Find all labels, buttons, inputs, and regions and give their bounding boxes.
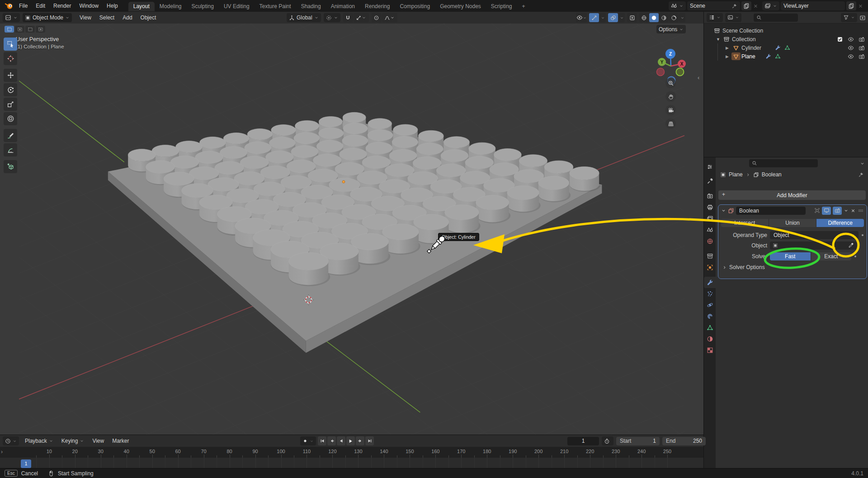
outliner-filter-dropdown[interactable] [841,13,857,22]
eye-toggle[interactable] [848,45,854,51]
disclosure-closed-icon[interactable]: ▶ [726,46,729,50]
menu-render[interactable]: Render [49,3,75,9]
solver-exact[interactable]: Exact [811,252,852,260]
workspace-tab-modeling[interactable]: Modeling [155,2,187,11]
properties-tab-world[interactable] [704,236,716,247]
properties-tab-object[interactable] [704,262,716,273]
timeline-menu-view[interactable]: View [88,438,108,444]
workspace-tab-sculpting[interactable]: Sculpting [187,2,219,11]
properties-search-input[interactable] [749,159,818,167]
properties-tab-collection[interactable] [704,251,716,262]
timeline-menu-keying[interactable]: Keying [57,438,89,444]
select-mode-set[interactable] [5,26,14,33]
shading-rendered-button[interactable] [669,13,679,22]
properties-tab-output[interactable] [704,202,716,213]
properties-tab-texture[interactable] [704,345,716,356]
modifier-drag-handle[interactable] [858,208,864,214]
modifier-realtime-toggle[interactable] [822,207,831,215]
remove-view-layer-button[interactable] [858,3,863,9]
outliner-item-label[interactable]: Cylinder [741,45,761,51]
play-button[interactable] [346,436,355,445]
gizmo-z-axis[interactable]: Z [665,49,675,59]
start-frame-field[interactable]: Start 1 [616,437,660,445]
pan-view-button[interactable] [665,91,676,102]
menu-window[interactable]: Window [75,3,103,9]
blender-logo-icon[interactable] [5,2,13,9]
viewport-3d-scene[interactable] [0,24,703,435]
modifier-name-field[interactable]: Boolean [736,207,806,215]
modifier-editmode-toggle[interactable] [814,208,820,213]
camera-view-button[interactable] [665,105,676,115]
select-mode-intersect[interactable] [36,26,45,33]
move-tool[interactable] [4,69,17,82]
outliner-search-input[interactable] [754,14,798,22]
timeline-menu-marker[interactable]: Marker [108,438,133,444]
viewport-menu-object[interactable]: Object [137,14,160,21]
workspace-tab-uv-editing[interactable]: UV Editing [219,2,255,11]
new-scene-button[interactable] [741,1,751,10]
timeline-editor-type-button[interactable] [3,436,19,445]
workspace-tab-shading[interactable]: Shading [296,2,326,11]
properties-tab-physics[interactable] [704,299,716,311]
camera-toggle[interactable] [859,45,865,51]
modifier-render-toggle[interactable] [833,207,842,215]
shading-wireframe-button[interactable] [639,13,649,22]
outliner-scope-dropdown[interactable] [725,13,741,22]
viewport-menu-add[interactable]: Add [118,14,136,21]
outliner-display-mode-dropdown[interactable] [707,13,723,22]
auto-keying-button[interactable] [300,436,316,445]
properties-tab-material[interactable] [704,333,716,345]
gizmo-x-axis[interactable]: X [678,60,686,68]
outliner-row-cylinder[interactable]: ▶Cylinder [704,43,868,52]
eye-toggle[interactable] [848,53,854,60]
unlink-scene-button[interactable] [753,3,759,9]
viewport-3d[interactable]: User Perspective (1) Collection | Plane … [0,24,703,435]
workspace-tab-texture-paint[interactable]: Texture Paint [255,2,296,11]
outliner-row-collection[interactable]: ▼Collection [704,35,868,43]
gizmos-dropdown[interactable] [599,13,606,22]
scene-name-field[interactable]: Scene [687,1,740,10]
properties-editor-type-button[interactable] [704,161,716,172]
gizmos-toggle[interactable] [589,13,599,22]
modifier-extras-dropdown[interactable] [844,208,849,213]
scale-tool[interactable] [4,98,17,111]
use-preview-range-toggle[interactable] [602,436,613,445]
workspace-tab-animation[interactable]: Animation [326,2,360,11]
next-keyframe-button[interactable] [356,436,364,445]
cursor-tool[interactable] [4,52,17,65]
camera-toggle[interactable] [859,36,865,43]
workspace-tab-rendering[interactable]: Rendering [360,2,395,11]
properties-tab-constraints[interactable] [704,311,716,322]
menu-edit[interactable]: Edit [32,3,49,9]
properties-tab-modifiers[interactable] [704,277,716,288]
jump-to-start-button[interactable] [318,436,326,445]
properties-tab-scene[interactable] [704,224,716,236]
outliner-item-label[interactable]: Collection [732,36,756,43]
select-mode-subtract[interactable] [25,26,35,33]
view-layer-type-button[interactable] [762,1,779,10]
pin-icon[interactable] [858,172,864,178]
transform-tool[interactable] [4,112,17,125]
snap-settings-dropdown[interactable] [354,13,369,22]
disclosure-open-icon[interactable]: ▼ [716,37,720,42]
operation-intersect[interactable]: Intersect [721,219,769,227]
previous-keyframe-button[interactable] [327,436,336,445]
cylinder-array[interactable] [128,112,600,286]
animate-dot[interactable] [862,234,863,236]
outliner-row-plane[interactable]: ▶Plane [704,52,868,61]
solver-fast[interactable]: Fast [770,252,811,260]
xray-toggle[interactable] [627,13,637,22]
outliner-item-label[interactable]: Scene Collection [722,28,763,34]
object-origin-dot[interactable] [342,180,345,183]
proportional-falloff-dropdown[interactable] [382,13,397,22]
select-mode-extend[interactable] [15,26,24,33]
new-view-layer-button[interactable] [846,1,856,10]
operation-union[interactable]: Union [769,219,817,227]
current-frame-field[interactable]: 1 [567,437,599,445]
perspective-toggle-button[interactable] [665,118,676,129]
animate-dot[interactable] [854,256,856,257]
disclosure-closed-icon[interactable]: ▶ [726,54,729,59]
operand-type-dropdown[interactable]: Object [770,231,859,239]
transform-orientation-dropdown[interactable]: Global [287,13,321,22]
playhead-frame-badge[interactable]: 1 [21,459,31,468]
